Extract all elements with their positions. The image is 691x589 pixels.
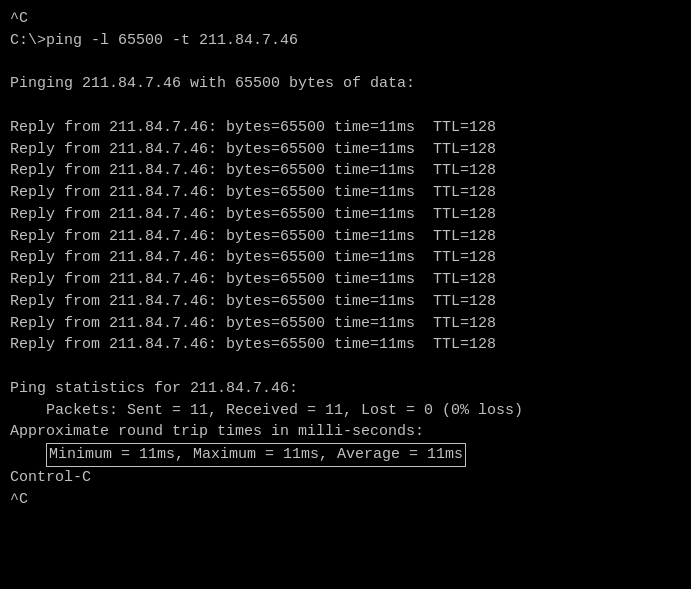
pinging-line: Pinging 211.84.7.46 with 65500 bytes of … <box>10 73 681 95</box>
reply-line-3: Reply from 211.84.7.46: bytes=65500 time… <box>10 160 681 182</box>
ctrl-c-line-2: ^C <box>10 489 681 511</box>
packets-line: Packets: Sent = 11, Received = 11, Lost … <box>10 400 681 422</box>
stats-header-line: Ping statistics for 211.84.7.46: <box>10 378 681 400</box>
ctrl-c-line-1: ^C <box>10 8 681 30</box>
reply-line-4: Reply from 211.84.7.46: bytes=65500 time… <box>10 182 681 204</box>
min-max-avg-line: Minimum = 11ms, Maximum = 11ms, Average … <box>10 443 681 467</box>
reply-line-10: Reply from 211.84.7.46: bytes=65500 time… <box>10 313 681 335</box>
reply-line-7: Reply from 211.84.7.46: bytes=65500 time… <box>10 247 681 269</box>
reply-line-6: Reply from 211.84.7.46: bytes=65500 time… <box>10 226 681 248</box>
approx-line: Approximate round trip times in milli-se… <box>10 421 681 443</box>
reply-line-8: Reply from 211.84.7.46: bytes=65500 time… <box>10 269 681 291</box>
min-max-box: Minimum = 11ms, Maximum = 11ms, Average … <box>46 443 466 467</box>
reply-line-11: Reply from 211.84.7.46: bytes=65500 time… <box>10 334 681 356</box>
empty-line-3 <box>10 356 681 378</box>
control-c-line: Control-C <box>10 467 681 489</box>
reply-line-5: Reply from 211.84.7.46: bytes=65500 time… <box>10 204 681 226</box>
terminal-window: ^C C:\>ping -l 65500 -t 211.84.7.46 Ping… <box>0 0 691 589</box>
reply-line-1: Reply from 211.84.7.46: bytes=65500 time… <box>10 117 681 139</box>
empty-line-1 <box>10 52 681 74</box>
reply-line-9: Reply from 211.84.7.46: bytes=65500 time… <box>10 291 681 313</box>
command-line: C:\>ping -l 65500 -t 211.84.7.46 <box>10 30 681 52</box>
reply-line-2: Reply from 211.84.7.46: bytes=65500 time… <box>10 139 681 161</box>
empty-line-2 <box>10 95 681 117</box>
